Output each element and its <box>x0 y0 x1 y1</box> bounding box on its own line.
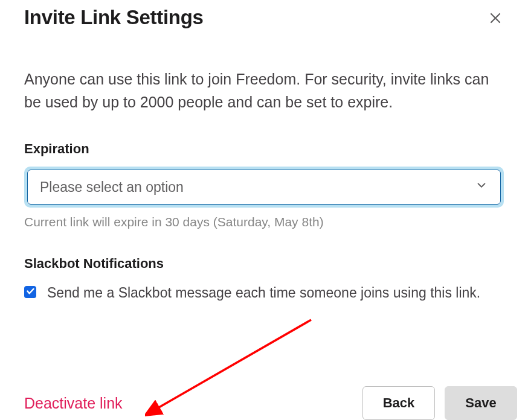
expiration-select-value: Please select an option <box>40 179 184 196</box>
dialog-header: Invite Link Settings <box>0 0 528 31</box>
close-icon <box>488 11 503 27</box>
check-icon <box>26 287 35 298</box>
notifications-checkbox-row: Send me a Slackbot message each time som… <box>24 282 504 304</box>
dialog-title: Invite Link Settings <box>24 6 204 29</box>
expiration-select[interactable]: Please select an option <box>27 170 501 205</box>
chevron-down-icon <box>475 179 488 196</box>
invite-link-settings-dialog: Invite Link Settings Anyone can use this… <box>0 0 528 420</box>
expiration-label: Expiration <box>24 141 504 157</box>
notifications-checkbox[interactable] <box>24 286 36 298</box>
notifications-label: Slackbot Notifications <box>24 256 504 272</box>
save-button[interactable]: Save <box>445 386 517 420</box>
deactivate-link-button[interactable]: Deactivate link <box>24 395 123 412</box>
dialog-description: Anyone can use this link to join Freedom… <box>24 68 504 113</box>
close-button[interactable] <box>485 7 506 31</box>
notifications-checkbox-label[interactable]: Send me a Slackbot message each time som… <box>47 282 480 304</box>
dialog-footer: Deactivate link Back Save <box>0 386 528 420</box>
dialog-body: Anyone can use this link to join Freedom… <box>0 68 528 304</box>
footer-button-group: Back Save <box>362 386 517 420</box>
expiration-hint: Current link will expire in 30 days (Sat… <box>24 215 504 229</box>
expiration-select-wrap: Please select an option <box>24 167 504 208</box>
expiration-select-focus-ring: Please select an option <box>24 167 504 208</box>
back-button[interactable]: Back <box>362 386 435 420</box>
